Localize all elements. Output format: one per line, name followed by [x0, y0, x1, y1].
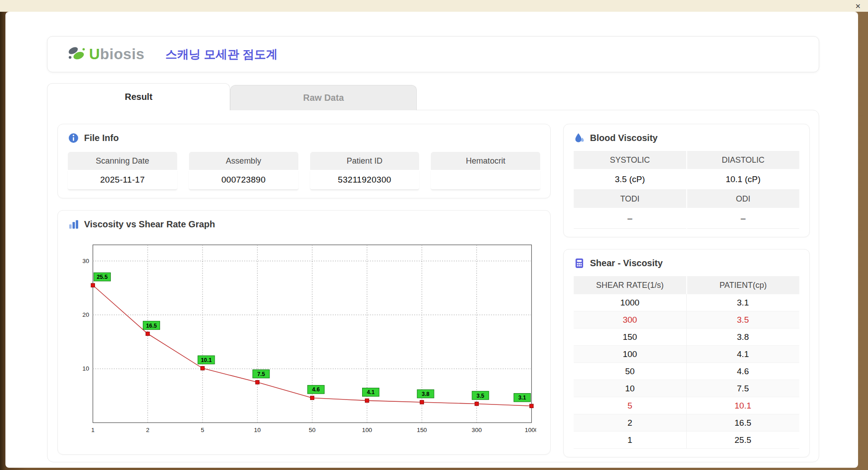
file-info-card: File Info Scanning Date 2025-11-17 Assem… [57, 124, 551, 198]
field-label: Assembly [189, 152, 298, 170]
patient-cell: 3.5 [687, 311, 800, 329]
table-row: SYSTOLIC DIASTOLIC [574, 151, 799, 169]
logo-rest: biosis [100, 46, 144, 62]
svg-text:100: 100 [362, 427, 372, 433]
shear-viscosity-card: Shear - Viscosity SHEAR RATE(1/s) PATIEN… [563, 249, 810, 457]
logo-text: Ubiosis [89, 46, 145, 63]
shear-rate-cell: 10 [574, 380, 687, 397]
shear-rate-cell: 50 [574, 363, 687, 380]
svg-text:7.5: 7.5 [257, 371, 265, 377]
field-value: 000723890 [189, 170, 298, 190]
svg-text:10: 10 [254, 427, 261, 433]
patient-cell: 10.1 [687, 397, 800, 414]
table-row: 50 4.6 [574, 363, 799, 380]
result-panel: File Info Scanning Date 2025-11-17 Assem… [47, 110, 819, 462]
svg-text:30: 30 [82, 258, 89, 264]
shear-rate-cell: 300 [574, 311, 687, 329]
svg-text:3.8: 3.8 [422, 391, 429, 397]
field-label: Patient ID [310, 152, 420, 170]
tab-bar: Result Raw Data [47, 83, 819, 110]
table-body: 1000 3.1 300 3.5 150 3.8 [574, 294, 799, 449]
odi-header: ODI [687, 190, 800, 208]
patient-cell: 3.1 [687, 294, 800, 311]
logo-u: U [89, 46, 100, 62]
blood-viscosity-title: Blood Viscosity [590, 133, 658, 143]
viscosity-graph-card: Viscosity vs Shear Rate Graph 1020301251… [57, 210, 551, 455]
svg-text:1: 1 [91, 427, 94, 433]
shear-viscosity-title: Shear - Viscosity [590, 258, 663, 268]
systolic-value: 3.5 (cP) [574, 169, 686, 190]
shear-rate-cell: 1000 [574, 294, 687, 311]
table-header-row: SHEAR RATE(1/s) PATIENT(cp) [574, 276, 799, 294]
todi-value: – [574, 208, 686, 229]
systolic-header: SYSTOLIC [574, 151, 686, 169]
svg-text:10: 10 [82, 365, 89, 372]
titlebar: ✕ [0, 0, 868, 12]
shear-rate-cell: 150 [574, 329, 687, 346]
field-scanning-date: Scanning Date 2025-11-17 [68, 152, 177, 190]
shear-rate-cell: 100 [574, 346, 687, 363]
table-row: 2 16.5 [574, 414, 799, 432]
viscosity-shear-chart: 1020301251050100150300100025.516.510.17.… [71, 236, 536, 446]
svg-text:2: 2 [146, 427, 149, 433]
shear-rate-column-header: SHEAR RATE(1/s) [574, 276, 686, 294]
patient-cell: 25.5 [687, 432, 800, 449]
diastolic-header: DIASTOLIC [687, 151, 800, 169]
calculator-icon [574, 258, 585, 269]
tab-result[interactable]: Result [47, 83, 230, 110]
field-value: 2025-11-17 [68, 170, 177, 190]
shear-viscosity-table: SHEAR RATE(1/s) PATIENT(cp) 1000 3.1 300… [574, 276, 799, 449]
page-title: 스캐닝 모세관 점도계 [165, 47, 278, 62]
blood-viscosity-card: Blood Viscosity SYSTOLIC DIASTOLIC 3.5 (… [563, 124, 810, 237]
diastolic-value: 10.1 (cP) [687, 169, 800, 190]
svg-text:16.5: 16.5 [146, 323, 157, 329]
table-row: TODI ODI [574, 190, 799, 208]
droplet-icon [574, 132, 585, 144]
patient-cell: 7.5 [687, 380, 800, 397]
patient-cell: 4.6 [687, 363, 800, 380]
table-row: 10 7.5 [574, 380, 799, 397]
bar-chart-icon [68, 219, 79, 230]
file-info-fields: Scanning Date 2025-11-17 Assembly 000723… [68, 152, 540, 190]
svg-text:20: 20 [82, 311, 89, 318]
info-icon [68, 132, 79, 144]
shear-rate-cell: 2 [574, 414, 687, 432]
patient-cell: 4.1 [687, 346, 800, 363]
table-row: 100 4.1 [574, 346, 799, 363]
table-row: 1000 3.1 [574, 294, 799, 311]
svg-text:4.1: 4.1 [367, 389, 374, 395]
svg-text:3.5: 3.5 [476, 393, 484, 399]
table-row: 150 3.8 [574, 329, 799, 346]
blood-viscosity-table: SYSTOLIC DIASTOLIC 3.5 (cP) 10.1 (cP) TO… [574, 151, 799, 229]
table-row: 3.5 (cP) 10.1 (cP) [574, 169, 799, 190]
patient-column-header: PATIENT(cp) [687, 276, 800, 294]
app-window: Ubiosis 스캐닝 모세관 점도계 Result Raw Data [5, 12, 858, 468]
graph-title: Viscosity vs Shear Rate Graph [84, 219, 215, 230]
close-icon[interactable]: ✕ [855, 3, 861, 9]
leaf-logo-icon [66, 45, 87, 64]
shear-rate-cell: 1 [574, 432, 687, 449]
svg-text:300: 300 [472, 427, 481, 433]
field-assembly: Assembly 000723890 [189, 152, 298, 190]
svg-text:4.6: 4.6 [312, 386, 320, 393]
svg-text:150: 150 [417, 427, 427, 433]
svg-text:50: 50 [309, 427, 316, 433]
table-row: 5 10.1 [574, 397, 799, 414]
header: Ubiosis 스캐닝 모세관 점도계 [47, 36, 819, 72]
table-row: 1 25.5 [574, 432, 799, 449]
field-label: Hematocrit [431, 152, 540, 170]
field-hematocrit: Hematocrit [431, 152, 540, 190]
field-label: Scanning Date [68, 152, 177, 170]
svg-text:1000: 1000 [525, 427, 536, 433]
odi-value: – [687, 208, 800, 229]
tab-raw-data[interactable]: Raw Data [230, 85, 417, 110]
svg-text:5: 5 [201, 427, 204, 433]
ubiosis-logo: Ubiosis [66, 45, 145, 64]
field-value [431, 170, 540, 190]
svg-text:25.5: 25.5 [97, 274, 108, 280]
patient-cell: 16.5 [687, 414, 800, 432]
file-info-title: File Info [84, 133, 119, 143]
field-value: 53211920300 [310, 170, 420, 190]
table-row: – – [574, 208, 799, 229]
todi-header: TODI [574, 190, 686, 208]
